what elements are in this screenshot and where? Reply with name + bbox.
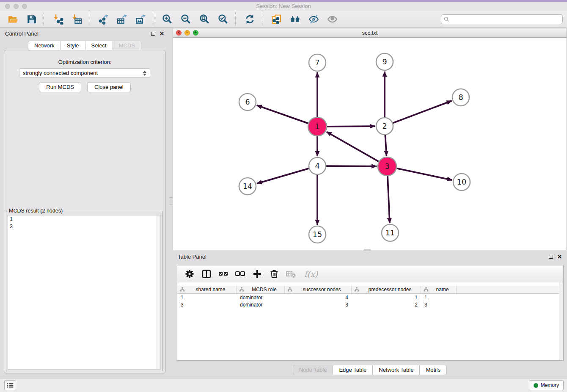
graph-node-15[interactable]: 15: [309, 226, 326, 243]
first-neighbors-icon: [290, 14, 300, 25]
graph-node-label: 9: [382, 58, 387, 66]
graph-node-2[interactable]: 2: [376, 118, 393, 135]
zoom-selected-button[interactable]: [215, 12, 231, 26]
table-cell[interactable]: 3: [421, 301, 457, 308]
open-session-button[interactable]: [4, 12, 21, 26]
table-cell[interactable]: 1: [421, 294, 457, 301]
column-header-predecessor-nodes[interactable]: predecessor nodes: [352, 286, 421, 293]
column-chooser-icon: [201, 269, 212, 279]
zoom-fit-button[interactable]: [196, 12, 213, 26]
graph-edge-3-1[interactable]: [327, 132, 379, 161]
toolbar-separator: [89, 13, 91, 25]
first-neighbors-button[interactable]: [286, 12, 303, 26]
vertical-splitter-handle[interactable]: [170, 197, 172, 205]
graph-node-14[interactable]: 14: [239, 178, 256, 195]
select-all-button[interactable]: [217, 268, 230, 280]
table-cell[interactable]: dominator: [237, 301, 285, 308]
table-cell[interactable]: 2: [352, 301, 421, 308]
tab-motifs[interactable]: Motifs: [420, 365, 447, 375]
close-table-panel-icon[interactable]: ✕: [557, 254, 562, 259]
import-network-button[interactable]: [50, 12, 66, 26]
refresh-layout-button[interactable]: [241, 12, 258, 26]
optimization-criterion-select[interactable]: strongly connected component: [19, 68, 150, 78]
export-table-button[interactable]: [113, 12, 130, 26]
copy-network-button[interactable]: [268, 12, 285, 26]
table-cell[interactable]: 1: [177, 294, 237, 301]
mcds-result-list[interactable]: 1 3: [8, 215, 161, 370]
export-image-button[interactable]: [132, 12, 149, 26]
table-row[interactable]: 1dominator411: [177, 294, 563, 301]
table-cell[interactable]: dominator: [237, 294, 285, 301]
float-table-panel-icon[interactable]: [549, 255, 553, 259]
function-builder-button[interactable]: f(x): [302, 268, 320, 280]
tab-node-table[interactable]: Node Table: [293, 365, 333, 375]
select-all-icon: [218, 269, 228, 279]
show-graphics-details-button[interactable]: [324, 12, 341, 26]
graph-node-6[interactable]: 6: [239, 94, 256, 110]
table-cell[interactable]: 3: [285, 301, 352, 308]
hide-selected-button[interactable]: [305, 12, 322, 26]
table-column-headers: shared nameMCDS rolesuccessor nodesprede…: [177, 286, 563, 294]
graph-edge-3-10[interactable]: [397, 168, 452, 180]
search-input[interactable]: [451, 16, 560, 22]
graph-edge-1-2[interactable]: [327, 126, 375, 127]
tab-network[interactable]: Network: [28, 41, 61, 51]
network-maximize-button[interactable]: +: [193, 30, 198, 36]
network-minimize-button[interactable]: −: [184, 30, 190, 36]
table-settings-button[interactable]: [183, 268, 196, 280]
graph-edge-1-6[interactable]: [257, 105, 308, 124]
table-cell[interactable]: 1: [352, 294, 421, 301]
task-history-button[interactable]: [4, 380, 16, 390]
float-panel-icon[interactable]: [151, 32, 155, 36]
unselect-all-button[interactable]: [234, 268, 247, 280]
zoom-in-button[interactable]: [159, 12, 176, 26]
column-header-successor-nodes[interactable]: successor nodes: [285, 286, 352, 293]
graph-edge-3-11[interactable]: [388, 176, 390, 223]
optimization-criterion-label: Optimization criterion:: [4, 59, 165, 65]
tab-select[interactable]: Select: [85, 41, 113, 51]
network-graph[interactable]: 1 2 3 4 6 7 8 9 10 11 14 15: [173, 38, 567, 250]
add-column-button[interactable]: [251, 268, 264, 280]
close-panel-icon[interactable]: ✕: [160, 31, 164, 36]
save-session-button[interactable]: [23, 12, 40, 26]
table-cell[interactable]: 3: [177, 301, 237, 308]
table-scrollbar[interactable]: [559, 282, 563, 360]
graph-node-3[interactable]: 3: [378, 157, 396, 176]
main-toolbar: [0, 11, 567, 28]
column-chooser-button[interactable]: [200, 268, 213, 280]
column-header-shared-name[interactable]: shared name: [177, 286, 237, 293]
graph-node-8[interactable]: 8: [452, 89, 469, 106]
network-close-button[interactable]: ✕: [176, 30, 182, 36]
tab-mcds[interactable]: MCDS: [113, 41, 141, 51]
graph-edge-4-3[interactable]: [326, 166, 377, 166]
graph-node-10[interactable]: 10: [453, 174, 470, 190]
export-network-button[interactable]: [95, 12, 112, 26]
import-table-button[interactable]: [68, 12, 85, 26]
graph-edge-2-8[interactable]: [393, 101, 452, 123]
zoom-out-button[interactable]: [177, 12, 194, 26]
tab-edge-table[interactable]: Edge Table: [333, 365, 373, 375]
tab-style[interactable]: Style: [61, 41, 85, 51]
search-box[interactable]: [441, 14, 563, 24]
graph-node-11[interactable]: 11: [382, 224, 399, 241]
graph-edge-4-14[interactable]: [257, 168, 309, 184]
graph-node-9[interactable]: 9: [376, 53, 393, 70]
table-panel-tabs: Node TableEdge TableNetwork TableMotifs: [173, 365, 567, 375]
graph-edge-2-3[interactable]: [385, 135, 386, 156]
memory-button[interactable]: Memory: [529, 380, 564, 390]
table-row[interactable]: 3dominator323: [177, 301, 563, 308]
result-scrollbar[interactable]: [157, 215, 160, 369]
graph-node-4[interactable]: 4: [309, 157, 326, 174]
graph-node-1[interactable]: 1: [308, 117, 327, 136]
graph-node-7[interactable]: 7: [309, 54, 326, 71]
column-header-name[interactable]: name: [421, 286, 457, 293]
close-panel-button[interactable]: Close panel: [87, 82, 131, 92]
column-header-MCDS-role[interactable]: MCDS role: [237, 286, 285, 293]
network-canvas[interactable]: 1 2 3 4 6 7 8 9 10 11 14 15: [173, 38, 567, 250]
delete-column-button[interactable]: [268, 268, 281, 280]
tab-network-table[interactable]: Network Table: [373, 365, 420, 375]
network-window-titlebar[interactable]: ✕ − + scc.txt: [173, 28, 567, 38]
table-cell[interactable]: 4: [285, 294, 352, 301]
delete-table-button[interactable]: [285, 268, 297, 280]
run-mcds-button[interactable]: Run MCDS: [39, 82, 81, 92]
